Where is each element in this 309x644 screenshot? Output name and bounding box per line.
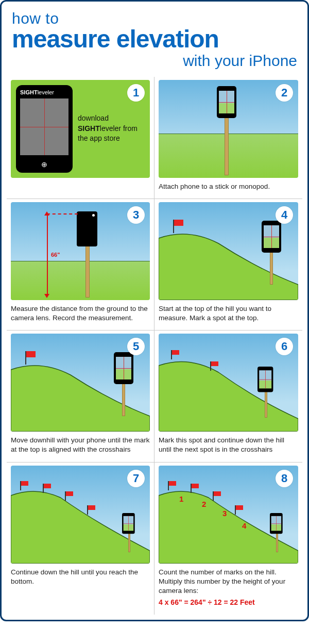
mark-number: 2 bbox=[202, 500, 206, 508]
phone-on-stick bbox=[122, 513, 135, 534]
stick bbox=[85, 241, 90, 298]
step-number-badge: 1 bbox=[127, 84, 145, 102]
title-line2: measure elevation bbox=[12, 27, 297, 51]
title-line3: with your iPhone bbox=[12, 52, 297, 70]
phone-silhouette bbox=[77, 211, 97, 246]
phone-illustration: SIGHTleveler ⊕ bbox=[16, 85, 73, 173]
step-4-panel: 4 bbox=[159, 202, 298, 300]
step-7-cell: 7 Continue down the hill until you reach… bbox=[7, 462, 154, 615]
step-1-caption: download SIGHTleveler from the app store bbox=[78, 113, 145, 144]
camera-lens-icon bbox=[92, 214, 95, 217]
stick bbox=[225, 116, 229, 175]
flag-marker bbox=[43, 484, 44, 493]
phone-on-stick bbox=[262, 221, 281, 253]
step-4-caption: Start at the top of the hill you want to… bbox=[159, 304, 298, 323]
step-8-cell: 1 2 3 4 8 Count the number of marks on t… bbox=[154, 462, 302, 615]
flag-marker bbox=[20, 481, 21, 490]
steps-grid: SIGHTleveler ⊕ download SIGHTleveler fro… bbox=[7, 77, 302, 615]
step-number-badge: 3 bbox=[127, 206, 145, 224]
step-1-panel: SIGHTleveler ⊕ download SIGHTleveler fro… bbox=[11, 80, 150, 178]
flag-marker bbox=[235, 505, 236, 515]
flag-marker bbox=[191, 484, 192, 493]
step-3-cell: 66" 3 Measure the distance from the grou… bbox=[7, 199, 154, 330]
app-name-label: SIGHTleveler bbox=[16, 89, 73, 95]
step-5-panel: 5 bbox=[11, 334, 150, 432]
step-3-caption: Measure the distance from the ground to … bbox=[11, 304, 150, 323]
step-number-badge: 2 bbox=[276, 84, 293, 102]
step-2-panel: 2 bbox=[159, 80, 298, 178]
step-number-badge: 6 bbox=[276, 338, 293, 355]
arrow-up-icon bbox=[44, 211, 49, 216]
mark-number: 4 bbox=[242, 521, 246, 530]
calculation-formula: 4 x 66" = 264" ÷ 12 = 22 Feet bbox=[159, 598, 298, 607]
step-4-cell: 4 Start at the top of the hill you want … bbox=[154, 199, 302, 330]
title-line1: how to bbox=[12, 10, 297, 27]
flag-marker bbox=[65, 491, 66, 501]
dash-line bbox=[47, 213, 78, 214]
flag-marker bbox=[25, 351, 26, 365]
flag-marker bbox=[210, 361, 211, 371]
target-icon: ⊕ bbox=[41, 160, 47, 169]
step-number-badge: 7 bbox=[127, 470, 145, 487]
step-number-badge: 5 bbox=[127, 338, 145, 355]
infographic-frame: how to measure elevation with your iPhon… bbox=[0, 0, 309, 621]
step-8-caption: Count the number of marks on the hill. M… bbox=[159, 568, 298, 608]
step-2-caption: Attach phone to a stick or monopod. bbox=[159, 182, 298, 191]
crosshair-screen bbox=[20, 98, 68, 155]
title-block: how to measure elevation with your iPhon… bbox=[7, 8, 302, 77]
flag-marker bbox=[171, 350, 172, 359]
stick bbox=[122, 380, 125, 416]
step-5-cell: 5 Move downhill with your phone until th… bbox=[7, 330, 154, 461]
phone-on-stick bbox=[270, 513, 283, 534]
stick bbox=[265, 389, 267, 418]
mark-number: 1 bbox=[179, 494, 183, 503]
step-7-caption: Continue down the hill until you reach t… bbox=[11, 568, 150, 586]
step-6-panel: 6 bbox=[159, 334, 298, 432]
step-number-badge: 8 bbox=[276, 470, 293, 487]
flag-marker bbox=[87, 505, 88, 515]
flag-marker bbox=[168, 481, 169, 490]
flag-marker bbox=[173, 220, 174, 233]
stick bbox=[270, 249, 273, 285]
phone-on-stick bbox=[114, 352, 133, 384]
step-3-panel: 66" 3 bbox=[11, 202, 150, 300]
ground bbox=[11, 261, 150, 300]
step-1-cell: SIGHTleveler ⊕ download SIGHTleveler fro… bbox=[7, 77, 154, 199]
arrow-down-icon bbox=[44, 294, 49, 298]
flag-marker bbox=[213, 491, 214, 501]
mark-number: 3 bbox=[222, 509, 227, 518]
phone-on-stick bbox=[258, 367, 273, 392]
measure-arrow bbox=[47, 213, 48, 296]
step-6-cell: 6 Mark this spot and continue down the h… bbox=[154, 330, 302, 461]
step-6-caption: Mark this spot and continue down the hil… bbox=[159, 436, 298, 454]
step-8-panel: 1 2 3 4 8 bbox=[159, 466, 298, 564]
phone-on-stick bbox=[217, 86, 236, 118]
step-7-panel: 7 bbox=[11, 466, 150, 564]
step-2-cell: 2 Attach phone to a stick or monopod. bbox=[154, 77, 302, 199]
step-5-caption: Move downhill with your phone until the … bbox=[11, 436, 150, 454]
step-number-badge: 4 bbox=[276, 206, 293, 224]
height-label: 66" bbox=[51, 252, 60, 258]
